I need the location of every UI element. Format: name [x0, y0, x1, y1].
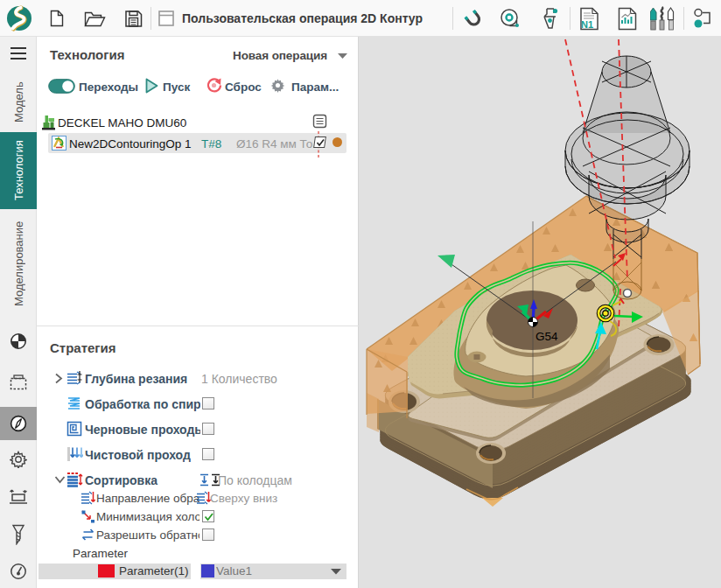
svg-text:N1: N1	[581, 19, 593, 30]
svg-text:G54: G54	[536, 330, 558, 343]
